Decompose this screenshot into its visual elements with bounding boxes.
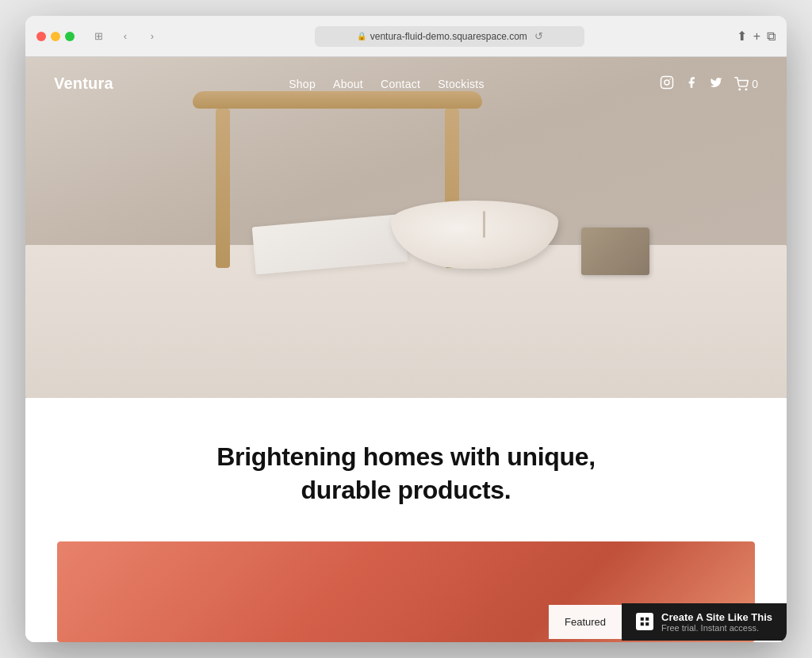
bowl-drip [483, 211, 485, 238]
reload-icon[interactable]: ↺ [534, 30, 543, 42]
browser-chrome: ⊞ ‹ › 🔒 ventura-fluid-demo.squarespace.c… [25, 16, 787, 57]
nav-shop[interactable]: Shop [289, 78, 316, 90]
site-wrapper: Ventura Shop About Contact Stockists [25, 57, 787, 642]
cta-main-text: Create A Site Like This [661, 611, 772, 623]
svg-point-1 [665, 80, 669, 85]
squarespace-logo [636, 613, 653, 630]
svg-rect-0 [661, 76, 673, 88]
cart-count: 0 [752, 78, 758, 90]
svg-point-2 [670, 78, 672, 80]
url-text: ventura-fluid-demo.squarespace.com [370, 31, 527, 42]
twitter-icon[interactable] [709, 76, 723, 92]
svg-rect-8 [645, 622, 649, 625]
tagline-line2: durable products. [301, 476, 511, 504]
minimize-button[interactable] [51, 32, 60, 41]
fullscreen-button[interactable] [65, 32, 75, 41]
facebook-icon[interactable] [685, 75, 698, 93]
nav-about[interactable]: About [333, 78, 363, 90]
tagline-section: Brightening homes with unique, durable p… [25, 398, 787, 541]
bowl-body [391, 201, 558, 269]
svg-rect-6 [645, 618, 649, 621]
forward-button[interactable]: › [141, 28, 163, 45]
hero-section: Ventura Shop About Contact Stockists [25, 57, 787, 398]
browser-controls: ⊞ ‹ › [87, 28, 163, 45]
site-nav: Ventura Shop About Contact Stockists [25, 57, 787, 110]
svg-point-3 [739, 89, 741, 90]
chair-leg-left [216, 109, 230, 268]
share-icon[interactable]: ⬆ [737, 29, 747, 44]
sidebar-toggle[interactable]: ⊞ [87, 28, 109, 45]
squarespace-cta[interactable]: Create A Site Like This Free trial. Inst… [622, 603, 787, 641]
traffic-lights [36, 32, 75, 41]
browser-actions: ⬆ + ⧉ [737, 29, 776, 44]
new-tab-icon[interactable]: + [753, 29, 760, 44]
tagline: Brightening homes with unique, durable p… [57, 441, 755, 507]
photo-cup [581, 228, 649, 275]
nav-stockists[interactable]: Stockists [438, 78, 485, 90]
instagram-icon[interactable] [660, 75, 674, 93]
address-bar[interactable]: 🔒 ventura-fluid-demo.squarespace.com ↺ [315, 26, 584, 47]
cta-sub-text: Free trial. Instant access. [661, 623, 772, 633]
browser-window: ⊞ ‹ › 🔒 ventura-fluid-demo.squarespace.c… [25, 16, 787, 642]
svg-rect-5 [641, 618, 644, 621]
site-logo[interactable]: Ventura [54, 75, 113, 93]
nav-contact[interactable]: Contact [381, 78, 420, 90]
nav-links: Shop About Contact Stockists [289, 78, 485, 90]
bottom-bar: Featured Create A Site Like This Free tr… [25, 601, 787, 642]
lock-icon: 🔒 [357, 32, 366, 40]
nav-social: 0 [660, 75, 758, 93]
svg-rect-7 [641, 622, 644, 625]
tagline-line1: Brightening homes with unique, [216, 442, 596, 471]
duplicate-icon[interactable]: ⧉ [767, 29, 776, 44]
close-button[interactable] [36, 32, 46, 41]
back-button[interactable]: ‹ [114, 28, 136, 45]
address-bar-wrap: 🔒 ventura-fluid-demo.squarespace.com ↺ [171, 26, 729, 47]
featured-label: Featured [549, 605, 622, 639]
site-content: Ventura Shop About Contact Stockists [25, 57, 787, 642]
photo-bowl [391, 201, 558, 269]
svg-point-4 [745, 89, 747, 90]
squarespace-text: Create A Site Like This Free trial. Inst… [661, 611, 772, 633]
cart-icon[interactable]: 0 [734, 77, 758, 91]
